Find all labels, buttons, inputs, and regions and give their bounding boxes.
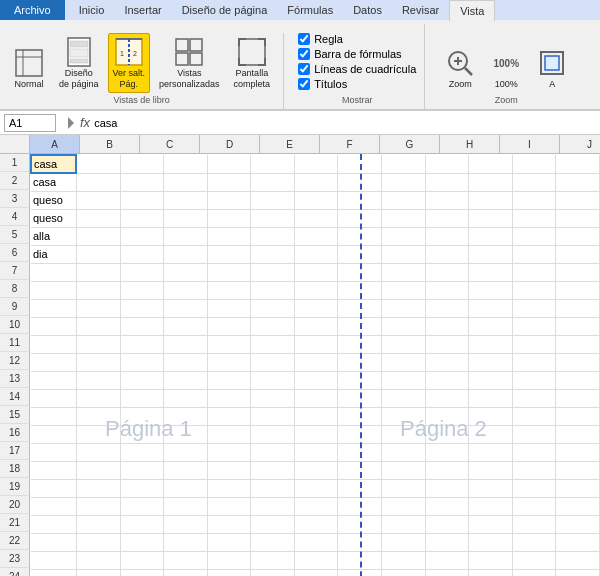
cell-I13[interactable] [382,371,426,389]
cell-F10[interactable] [251,317,295,335]
cell-I9[interactable] [382,299,426,317]
row-num-14[interactable]: 14 [0,388,30,406]
cell-F4[interactable] [251,209,295,227]
cell-K1[interactable] [469,155,513,173]
cell-F8[interactable] [251,281,295,299]
cell-M3[interactable] [556,191,600,209]
row-num-4[interactable]: 4 [0,208,30,226]
cell-M16[interactable] [556,425,600,443]
cell-K18[interactable] [469,461,513,479]
row-num-17[interactable]: 17 [0,442,30,460]
row-num-1[interactable]: 1 [0,154,30,172]
cell-H19[interactable] [338,479,382,497]
cell-E18[interactable] [207,461,251,479]
cell-M24[interactable] [556,569,600,576]
cell-J15[interactable] [425,407,469,425]
cell-D21[interactable] [164,515,208,533]
cell-J2[interactable] [425,173,469,191]
cell-D6[interactable] [164,245,208,263]
cell-E15[interactable] [207,407,251,425]
row-num-18[interactable]: 18 [0,460,30,478]
cell-B16[interactable] [76,425,120,443]
col-header-B[interactable]: B [80,135,140,153]
lineas-cuadricula-checkbox[interactable] [298,63,310,75]
cell-M19[interactable] [556,479,600,497]
cell-L20[interactable] [512,497,556,515]
cell-E16[interactable] [207,425,251,443]
cell-C17[interactable] [120,443,164,461]
cell-D24[interactable] [164,569,208,576]
row-num-12[interactable]: 12 [0,352,30,370]
row-num-7[interactable]: 7 [0,262,30,280]
cell-E2[interactable] [207,173,251,191]
cell-M2[interactable] [556,173,600,191]
cell-E21[interactable] [207,515,251,533]
row-num-5[interactable]: 5 [0,226,30,244]
cell-G21[interactable] [294,515,338,533]
tab-formulas[interactable]: Fórmulas [277,0,343,20]
cell-D19[interactable] [164,479,208,497]
barra-formulas-checkbox[interactable] [298,48,310,60]
cell-K24[interactable] [469,569,513,576]
vistas-personalizadas-button[interactable]: Vistaspersonalizadas [154,33,225,93]
cell-F11[interactable] [251,335,295,353]
cell-I19[interactable] [382,479,426,497]
col-header-C[interactable]: C [140,135,200,153]
tab-insertar[interactable]: Insertar [114,0,171,20]
cell-L13[interactable] [512,371,556,389]
cell-D11[interactable] [164,335,208,353]
cell-E10[interactable] [207,317,251,335]
cell-J9[interactable] [425,299,469,317]
cell-K6[interactable] [469,245,513,263]
cell-F12[interactable] [251,353,295,371]
cell-I5[interactable] [382,227,426,245]
cell-B6[interactable] [76,245,120,263]
cell-H7[interactable] [338,263,382,281]
cell-F2[interactable] [251,173,295,191]
col-header-J[interactable]: J [560,135,600,153]
titulos-checkbox[interactable] [298,78,310,90]
cell-M13[interactable] [556,371,600,389]
cell-M20[interactable] [556,497,600,515]
cell-E22[interactable] [207,533,251,551]
cell-C3[interactable] [120,191,164,209]
cell-M17[interactable] [556,443,600,461]
cell-K14[interactable] [469,389,513,407]
cell-A17[interactable] [31,443,76,461]
cell-H15[interactable] [338,407,382,425]
cell-M11[interactable] [556,335,600,353]
cell-L22[interactable] [512,533,556,551]
cell-K10[interactable] [469,317,513,335]
row-num-10[interactable]: 10 [0,316,30,334]
cell-D8[interactable] [164,281,208,299]
cell-D3[interactable] [164,191,208,209]
cell-M5[interactable] [556,227,600,245]
cell-G23[interactable] [294,551,338,569]
cell-E20[interactable] [207,497,251,515]
cell-F17[interactable] [251,443,295,461]
regla-checkbox[interactable] [298,33,310,45]
cell-J19[interactable] [425,479,469,497]
cell-C2[interactable] [120,173,164,191]
tab-disenio-pagina[interactable]: Diseño de página [172,0,278,20]
row-num-8[interactable]: 8 [0,280,30,298]
cell-H8[interactable] [338,281,382,299]
cell-J13[interactable] [425,371,469,389]
cell-D18[interactable] [164,461,208,479]
cell-I2[interactable] [382,173,426,191]
cell-A2[interactable]: casa [31,173,76,191]
cell-I16[interactable] [382,425,426,443]
row-num-16[interactable]: 16 [0,424,30,442]
row-num-22[interactable]: 22 [0,532,30,550]
cell-E3[interactable] [207,191,251,209]
col-header-H[interactable]: H [440,135,500,153]
cell-E5[interactable] [207,227,251,245]
row-num-11[interactable]: 11 [0,334,30,352]
cell-H18[interactable] [338,461,382,479]
cell-M12[interactable] [556,353,600,371]
cell-I20[interactable] [382,497,426,515]
cell-M8[interactable] [556,281,600,299]
row-num-21[interactable]: 21 [0,514,30,532]
cell-M22[interactable] [556,533,600,551]
cell-G22[interactable] [294,533,338,551]
